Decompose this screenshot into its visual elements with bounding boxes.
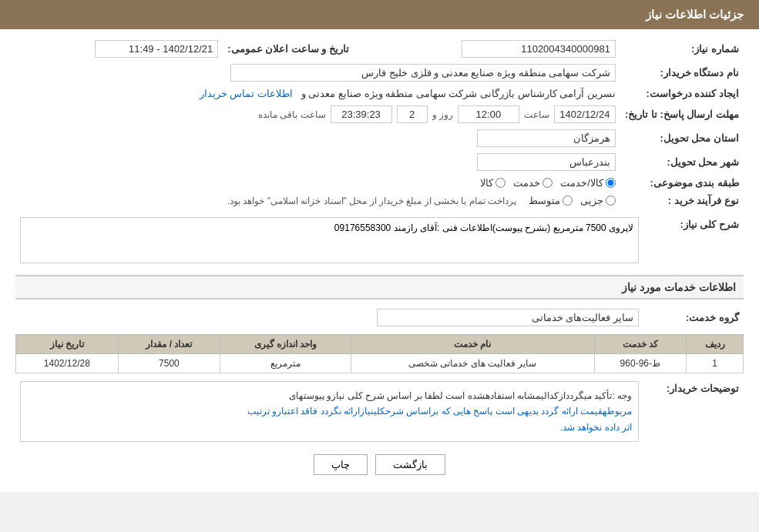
category-option-service: خدمت — [513, 177, 552, 189]
announce-label: تاریخ و ساعت اعلان عمومی: — [223, 37, 364, 61]
process-option-partial: جزیی — [580, 195, 616, 206]
need-desc-label: شرح کلی نیاز: — [643, 214, 744, 269]
category-option-goods-service: کالا/خدمت — [560, 177, 616, 189]
buyer-notes-content: وجه :تأکید میگرددازکدالیمشابه استفادهشده… — [20, 381, 639, 442]
info-table: شماره نیاز: 1102004340000981 تاریخ و ساع… — [15, 37, 744, 209]
page-header: جزئیات اطلاعات نیاز — [0, 0, 759, 29]
announce-value: 1402/12/21 - 11:49 — [95, 40, 218, 58]
category-label-goods: کالا — [480, 177, 493, 189]
action-buttons: بازگشت چاپ — [15, 454, 744, 475]
row-need-desc: شرح کلی نیاز: — [15, 214, 744, 269]
buyer-notes-table: توضیحات خریدار: وجه :تأکید میگرددازکدالی… — [15, 378, 744, 445]
send-time-value: 12:00 — [458, 105, 519, 123]
process-label: نوع فرآیند خرید : — [620, 192, 744, 209]
send-date-row: 1402/12/24 ساعت 12:00 روز و 2 23:39:23 س… — [20, 105, 616, 123]
category-label-goods-service: کالا/خدمت — [560, 177, 603, 189]
service-table-header-row: ردیف کد خدمت نام خدمت واحد اندازه گیری ت… — [16, 335, 744, 354]
category-option-goods: کالا — [480, 177, 505, 189]
col-row-num: ردیف — [687, 335, 744, 354]
process-row: جزیی متوسط پرداخت تمام یا بخشی از مبلغ خ… — [20, 195, 616, 206]
service-table-body: 1ط-96-960سایر فعالیت های خدماتی شخصیمترم… — [16, 354, 744, 373]
service-group-label: گروه خدمت: — [643, 306, 744, 330]
buyer-org-value: شرکت سهامی منطقه ویژه صنایع معدنی و فلزی… — [230, 64, 616, 82]
send-date-value: 1402/12/24 — [554, 105, 616, 123]
buyer-notes-line1: وجه :تأکید میگرددازکدالیمشابه استفادهشده… — [289, 390, 632, 401]
category-radio-goods[interactable] — [495, 178, 505, 188]
need-number-value: 1102004340000981 — [462, 40, 616, 58]
need-desc-table: شرح کلی نیاز: — [15, 214, 744, 269]
send-date-label: مهلت ارسال پاسخ: تا تاریخ: — [620, 102, 744, 126]
row-service-group: گروه خدمت: سایر فعالیت‌های خدماتی — [15, 306, 744, 330]
category-radio-service[interactable] — [542, 178, 552, 188]
row-city: شهر محل تحویل: بندرعباس — [15, 150, 744, 174]
col-service-name: نام خدمت — [351, 335, 595, 354]
days-label: روز و — [432, 109, 453, 120]
buyer-org-label: نام دستگاه خریدار: — [620, 61, 744, 85]
row-send-date: مهلت ارسال پاسخ: تا تاریخ: 1402/12/24 سا… — [15, 102, 744, 126]
col-date: تاریخ نیاز — [16, 335, 119, 354]
process-radio-medium[interactable] — [563, 196, 573, 206]
back-button[interactable]: بازگشت — [375, 454, 445, 475]
row-creator: ایجاد کننده درخواست: نسرین آرامی کارشناس… — [15, 85, 744, 102]
service-group-table: گروه خدمت: سایر فعالیت‌های خدماتی — [15, 306, 744, 330]
table-row: 1ط-96-960سایر فعالیت های خدماتی شخصیمترم… — [16, 354, 744, 373]
send-days-value: 2 — [397, 105, 428, 123]
col-unit: واحد اندازه گیری — [220, 335, 351, 354]
creator-value: نسرین آرامی کارشناس بازرگانی شرکت سهامی … — [301, 88, 616, 99]
category-radio-goods-service[interactable] — [606, 178, 616, 188]
buyer-notes-line3: اثر داده نخواهد شد. — [560, 422, 632, 433]
process-option-medium: متوسط — [529, 195, 573, 206]
time-label: ساعت — [524, 109, 549, 120]
remaining-label: ساعت باقی مانده — [258, 109, 326, 120]
city-value: بندرعباس — [477, 153, 616, 171]
service-info-section-title: اطلاعات خدمات مورد نیاز — [15, 275, 744, 299]
service-table-header: ردیف کد خدمت نام خدمت واحد اندازه گیری ت… — [16, 335, 744, 354]
print-button[interactable]: چاپ — [314, 454, 368, 475]
category-radio-group: کالا/خدمت خدمت کالا — [20, 177, 616, 189]
service-items-table: ردیف کد خدمت نام خدمت واحد اندازه گیری ت… — [15, 334, 744, 373]
process-label-medium: متوسط — [529, 195, 560, 206]
province-label: استان محل تحویل: — [620, 126, 744, 150]
category-label: طبقه بندی موضوعی: — [620, 174, 744, 192]
col-quantity: تعداد / مقدار — [118, 335, 220, 354]
row-need-number: شماره نیاز: 1102004340000981 تاریخ و ساع… — [15, 37, 744, 61]
row-category: طبقه بندی موضوعی: کالا/خدمت خدمت — [15, 174, 744, 192]
process-radio-partial[interactable] — [606, 196, 616, 206]
need-desc-textarea[interactable] — [20, 217, 639, 263]
row-province: استان محل تحویل: هرمزگان — [15, 126, 744, 150]
row-buyer-notes: توضیحات خریدار: وجه :تأکید میگرددازکدالی… — [15, 378, 744, 445]
page-title: جزئیات اطلاعات نیاز — [646, 8, 744, 21]
need-number-label: شماره نیاز: — [620, 37, 744, 61]
row-buyer-org: نام دستگاه خریدار: شرکت سهامی منطقه ویژه… — [15, 61, 744, 85]
row-process: نوع فرآیند خرید : جزیی متوسط — [15, 192, 744, 209]
page-wrapper: جزئیات اطلاعات نیاز شماره نیاز: 11020043… — [0, 0, 759, 492]
process-radio-group: جزیی متوسط — [529, 195, 616, 206]
category-label-service: خدمت — [513, 177, 540, 189]
creator-label: ایجاد کننده درخواست: — [620, 85, 744, 102]
buyer-notes-line2: مربوطهقیمت ارائه گردد بدیهی است پاسخ های… — [247, 406, 632, 417]
process-label-partial: جزیی — [580, 195, 603, 206]
buyer-notes-label: توضیحات خریدار: — [643, 378, 744, 445]
service-group-value: سایر فعالیت‌های خدماتی — [377, 309, 639, 326]
process-description: پرداخت تمام یا بخشی از مبلغ خریدار از مح… — [227, 196, 516, 206]
col-service-code: کد خدمت — [594, 335, 686, 354]
city-label: شهر محل تحویل: — [620, 150, 744, 174]
send-remaining-value: 23:39:23 — [331, 105, 392, 123]
province-value: هرمزگان — [477, 129, 616, 147]
main-content: شماره نیاز: 1102004340000981 تاریخ و ساع… — [0, 29, 759, 492]
creator-contact-link[interactable]: اطلاعات تماس خریدار — [200, 88, 293, 99]
